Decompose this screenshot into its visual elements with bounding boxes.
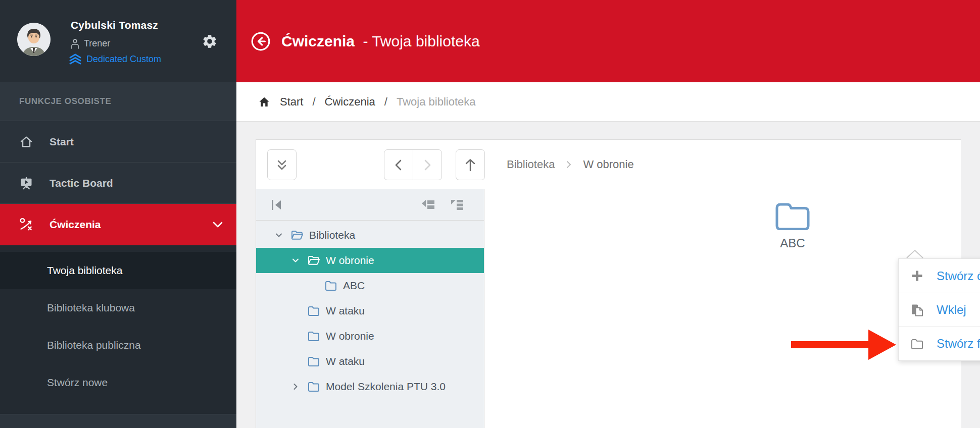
user-role: Trener xyxy=(71,38,110,49)
page-title: Ćwiczenia - Twoja biblioteka xyxy=(281,33,480,50)
tree-item-label: ABC xyxy=(343,280,365,292)
collapse-panel-button[interactable] xyxy=(267,149,297,180)
nav-back-button[interactable] xyxy=(384,150,413,180)
chevron-down-icon xyxy=(212,221,223,228)
folder-tree-panel: Biblioteka W obronie xyxy=(256,189,484,428)
tree-header xyxy=(256,189,484,221)
breadcrumb: Start / Ćwiczenia / Twoja biblioteka xyxy=(236,82,980,122)
tree-item-label: Biblioteka xyxy=(309,229,355,241)
main-area: Ćwiczenia - Twoja biblioteka Start / Ćwi… xyxy=(236,0,980,428)
expand-all-icon[interactable] xyxy=(450,199,464,210)
plus-icon xyxy=(910,269,924,283)
folder-icon xyxy=(307,381,320,392)
folder-icon xyxy=(910,337,924,351)
tree-item-label: Model Szkolenia PTU 3.0 xyxy=(326,381,446,393)
chevron-down-icon xyxy=(289,254,302,266)
menu-item-stworz-folder[interactable]: Stwórz folder xyxy=(899,327,980,360)
sidebar-item-cwiczenia[interactable]: Ćwiczenia xyxy=(0,204,236,245)
chevron-right-icon xyxy=(566,160,572,169)
nav-up-button[interactable] xyxy=(456,149,485,180)
tree-item-w-obronie-selected[interactable]: W obronie xyxy=(256,248,484,273)
breadcrumb-item-cwiczenia[interactable]: Ćwiczenia xyxy=(325,95,375,109)
nav-forward-button[interactable] xyxy=(413,150,442,180)
submenu-item-stworz-nowe[interactable]: Stwórz nowe xyxy=(0,364,236,401)
user-name: Cybulski Tomasz xyxy=(71,19,158,31)
sidebar-section-header: FUNKCJE OSOBISTE xyxy=(0,82,236,121)
page-title-subsection: - Twoja biblioteka xyxy=(363,33,479,49)
explorer-toolbar: Biblioteka W obronie xyxy=(256,140,961,189)
double-chevron-up-icon xyxy=(69,53,82,65)
paste-icon xyxy=(910,303,924,317)
tree-item-w-obronie-2[interactable]: W obronie xyxy=(256,324,484,349)
folder-icon xyxy=(774,201,811,230)
sidebar: Cybulski Tomasz Trener Dedicated Custom xyxy=(0,0,236,428)
arrow-up-icon xyxy=(463,157,478,173)
gear-icon xyxy=(202,33,218,49)
page-header: Ćwiczenia - Twoja biblioteka xyxy=(236,0,980,82)
tree-item-label: W ataku xyxy=(326,355,365,367)
page-title-section: Ćwiczenia xyxy=(281,33,355,49)
home-icon[interactable] xyxy=(258,96,271,108)
folder-contents xyxy=(485,189,961,428)
sidebar-submenu: Twoja biblioteka Biblioteka klubowa Bibl… xyxy=(0,245,236,414)
tree-item-label: W obronie xyxy=(326,330,374,342)
breadcrumb-item-current: Twoja biblioteka xyxy=(397,95,476,109)
path-current: W obronie xyxy=(583,158,633,171)
exercises-tactics-icon xyxy=(19,218,33,232)
tactic-board-icon xyxy=(19,176,33,190)
tree-rows: Biblioteka W obronie xyxy=(256,223,484,399)
tree-item-abc[interactable]: ABC xyxy=(256,273,484,298)
chevron-left-icon xyxy=(392,157,405,173)
sidebar-item-label: Tactic Board xyxy=(50,177,113,189)
submenu-item-twoja-biblioteka[interactable]: Twoja biblioteka xyxy=(0,252,236,289)
collapse-all-icon[interactable] xyxy=(421,199,435,210)
tree-item-label: W ataku xyxy=(326,305,365,317)
path-root[interactable]: Biblioteka xyxy=(507,158,555,171)
chevron-down-icon xyxy=(273,229,285,241)
menu-item-label: Stwórz ćwiczenie xyxy=(937,269,980,283)
submenu-item-biblioteka-publiczna[interactable]: Biblioteka publiczna xyxy=(0,327,236,364)
explorer-panel: Biblioteka W obronie xyxy=(256,139,961,428)
folder-icon xyxy=(307,356,320,367)
back-button[interactable] xyxy=(250,31,271,52)
menu-item-label: Wklej xyxy=(937,303,966,317)
app-window: Cybulski Tomasz Trener Dedicated Custom xyxy=(0,0,980,428)
menu-item-wklej[interactable]: Wklej xyxy=(899,293,980,327)
user-role-label: Trener xyxy=(84,38,110,49)
chevron-right-icon xyxy=(421,157,434,173)
double-chevron-down-icon xyxy=(274,157,290,173)
location-path: Biblioteka W obronie xyxy=(507,140,634,189)
sidebar-item-tactic-board[interactable]: Tactic Board xyxy=(0,163,236,204)
person-icon xyxy=(71,39,79,49)
history-nav-group xyxy=(384,149,442,180)
user-plan[interactable]: Dedicated Custom xyxy=(69,53,161,65)
folder-icon xyxy=(307,331,320,342)
collapse-sidebar-icon[interactable] xyxy=(270,198,283,211)
breadcrumb-separator: / xyxy=(312,95,315,109)
sidebar-next-section xyxy=(0,414,236,428)
folder-open-icon xyxy=(290,230,304,241)
tree-item-w-ataku-1[interactable]: W ataku xyxy=(256,298,484,324)
folder-icon xyxy=(307,305,320,316)
sidebar-item-label: Ćwiczenia xyxy=(50,219,101,231)
avatar[interactable] xyxy=(17,23,51,56)
folder-open-icon xyxy=(307,255,320,266)
menu-item-label: Stwórz folder xyxy=(937,337,980,351)
submenu-item-biblioteka-klubowa[interactable]: Biblioteka klubowa xyxy=(0,289,236,327)
content-folder-abc[interactable]: ABC xyxy=(773,201,812,250)
context-menu: Stwórz ćwiczenie Wklej Stwórz folder xyxy=(898,258,980,361)
menu-item-stworz-cwiczenie[interactable]: Stwórz ćwiczenie xyxy=(899,259,980,293)
breadcrumb-item-start[interactable]: Start xyxy=(280,95,303,109)
folder-label: ABC xyxy=(773,236,812,250)
settings-button[interactable] xyxy=(202,33,218,49)
user-plan-label: Dedicated Custom xyxy=(86,54,161,65)
tree-item-model-szkolenia[interactable]: Model Szkolenia PTU 3.0 xyxy=(256,374,484,399)
tree-item-w-ataku-2[interactable]: W ataku xyxy=(256,349,484,374)
profile-section: Cybulski Tomasz Trener Dedicated Custom xyxy=(0,0,236,82)
tree-item-biblioteka[interactable]: Biblioteka xyxy=(256,223,484,248)
menu-caret-up-icon xyxy=(905,248,924,259)
chevron-right-icon xyxy=(289,381,302,393)
sidebar-item-start[interactable]: Start xyxy=(0,121,236,163)
avatar-illustration xyxy=(17,23,51,56)
sidebar-item-label: Start xyxy=(50,136,74,148)
